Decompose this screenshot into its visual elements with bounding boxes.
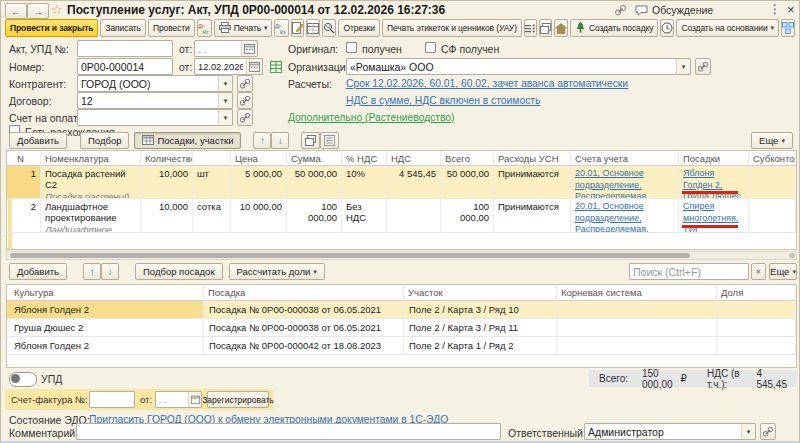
plantings-more-button[interactable]: Еще▾ xyxy=(769,263,797,280)
chevron-down-icon[interactable]: ▾ xyxy=(676,59,690,74)
edit-document-icon[interactable] xyxy=(291,19,304,37)
segments-button[interactable]: Отрезки xyxy=(338,19,379,37)
calendar-icon[interactable] xyxy=(246,59,262,74)
contract-input[interactable] xyxy=(78,95,218,107)
number-input[interactable] xyxy=(78,61,172,73)
move-up-button[interactable]: ↑ xyxy=(253,132,271,149)
cell-culture[interactable]: Яблоня Голден 2 xyxy=(7,301,204,319)
items-add-button[interactable]: Добавить xyxy=(9,132,67,149)
get-link-icon[interactable] xyxy=(613,4,627,16)
search-input[interactable] xyxy=(630,266,748,278)
calendar-icon[interactable] xyxy=(188,392,201,407)
cell-line-number[interactable]: 1 xyxy=(7,166,41,199)
cell-share[interactable] xyxy=(717,301,796,319)
post-and-close-button[interactable]: Провести и закрыть xyxy=(5,19,98,37)
cell-nomenclature[interactable]: Ландшафтное проектированиеЛандшафтное пр… xyxy=(41,199,141,233)
cell-subconto[interactable] xyxy=(749,199,796,233)
document-date-field[interactable] xyxy=(194,58,263,75)
items-more-button[interactable]: Еще▾ xyxy=(751,132,793,149)
calc-shares-button[interactable]: Рассчитать доли▾ xyxy=(229,263,325,280)
document-journal-icon[interactable] xyxy=(268,58,284,75)
search-clear-icon[interactable]: ✕ xyxy=(751,263,766,280)
accounts-link[interactable]: 20.01, Основное подразделение, Распредел… xyxy=(575,168,674,199)
stamp-icon[interactable]: Ч xyxy=(322,19,336,37)
cell-share[interactable] xyxy=(717,319,796,337)
cell-subconto[interactable] xyxy=(749,166,796,199)
list-settings-icon[interactable] xyxy=(524,19,537,37)
post-button[interactable]: Провести xyxy=(148,19,195,37)
print-menu-button[interactable]: Печать▾ xyxy=(214,19,273,37)
copy-rows-icon[interactable] xyxy=(301,132,320,149)
plantings-link[interactable]: Спирея многолетняя, Туя xyxy=(683,201,744,233)
act-date-input[interactable] xyxy=(195,43,241,55)
discussion-chat-icon[interactable] xyxy=(634,4,648,16)
invoice-date-input[interactable] xyxy=(156,395,188,405)
counterparty-field[interactable]: ▾ xyxy=(77,75,233,92)
cell-culture[interactable]: Яблоня Голден 2 xyxy=(7,337,204,355)
cell-total[interactable]: 100 000,00 xyxy=(441,199,494,233)
cell-accounts[interactable]: 20.01, Основное подразделение, Распредел… xyxy=(571,199,679,233)
cell-price[interactable]: 10 000,00 xyxy=(231,199,287,233)
items-pick-button[interactable]: Подбор xyxy=(80,132,129,149)
history-clock-icon[interactable] xyxy=(660,19,674,37)
organization-open-link-icon[interactable] xyxy=(695,58,711,75)
paste-rows-icon[interactable] xyxy=(320,132,339,149)
cell-planting[interactable]: Посадка № 0Р00-000038 от 06.05.2021 xyxy=(204,319,404,337)
cell-plot[interactable]: Поле 2 / Карта 3 / Ряд 10 xyxy=(404,301,557,319)
dtkt-check-icon[interactable]: ДтКт xyxy=(274,19,289,37)
create-based-on-button[interactable]: Создать на основании▾ xyxy=(676,19,779,37)
counterparty-open-link-icon[interactable] xyxy=(237,75,253,92)
act-date-field[interactable] xyxy=(194,40,258,57)
cell-line-number[interactable]: 2 xyxy=(7,199,41,233)
favorite-star-icon[interactable]: ☆ xyxy=(51,2,63,17)
chevron-down-icon[interactable]: ▾ xyxy=(218,93,232,108)
chevron-down-icon[interactable]: ▾ xyxy=(741,424,755,439)
number-field[interactable] xyxy=(77,58,173,75)
cell-unit[interactable]: сотка xyxy=(193,199,231,233)
contract-open-link-icon[interactable] xyxy=(237,92,253,109)
related-documents-icon[interactable] xyxy=(781,19,795,37)
sf-received-checkbox[interactable] xyxy=(425,42,436,53)
show-postings-icon[interactable]: ДтКт xyxy=(197,19,212,37)
cell-vat-rate[interactable]: Без НДС xyxy=(342,199,387,233)
plantings-plots-toggle-button[interactable]: Посадки, участки xyxy=(134,132,241,149)
cell-plot[interactable]: Поле 2 / Карта 1 / Ряд 2 xyxy=(404,337,557,355)
cell-amount[interactable]: 50 000,00 xyxy=(287,166,342,199)
duplicate-window-icon[interactable] xyxy=(539,19,552,37)
register-invoice-button[interactable]: Зарегистрировать xyxy=(207,391,269,408)
invoice-date-field[interactable] xyxy=(155,391,202,408)
cell-culture[interactable]: Груша Дюшес 2 xyxy=(7,319,204,337)
window-menu-icon[interactable]: ⋮ xyxy=(769,2,781,16)
cell-usn-expenses[interactable]: Принимаются xyxy=(494,199,571,233)
cell-amount[interactable]: 100 000,00 xyxy=(287,199,342,233)
sf-received-label[interactable]: СФ получен xyxy=(441,43,499,55)
cell-price[interactable]: 5 000,00 xyxy=(231,166,287,199)
cell-share[interactable] xyxy=(717,337,796,355)
home-icon[interactable] xyxy=(554,19,568,37)
horizontal-scrollbar[interactable] xyxy=(6,251,797,260)
register-records-icon[interactable] xyxy=(306,19,320,37)
cell-unit[interactable]: шт xyxy=(193,166,231,199)
comment-input[interactable] xyxy=(77,426,500,438)
additional-settings-link[interactable]: Дополнительно (Растениеводство) xyxy=(288,112,455,123)
responsible-field[interactable]: ▾ xyxy=(584,423,756,440)
discussion-label[interactable]: Обсуждение xyxy=(652,4,713,16)
comment-field[interactable] xyxy=(76,423,501,440)
contract-field[interactable]: ▾ xyxy=(77,92,233,109)
payment-invoice-field[interactable]: ▾ xyxy=(77,109,233,126)
cell-total[interactable]: 50 000,00 xyxy=(441,166,494,199)
plantings-pick-button[interactable]: Подбор посадок xyxy=(135,263,223,280)
cell-planting[interactable]: Посадка № 0Р00-000038 от 06.05.2021 xyxy=(204,301,404,319)
upd-toggle[interactable] xyxy=(9,372,37,387)
scrollbar-thumb[interactable] xyxy=(10,253,690,258)
nav-forward-button[interactable]: → xyxy=(27,3,49,19)
cell-vat-rate[interactable]: 10% xyxy=(342,166,387,199)
invoice-number-field[interactable] xyxy=(89,391,135,408)
close-icon[interactable]: × xyxy=(787,2,795,17)
create-planting-button[interactable]: Создать посадку xyxy=(570,19,659,37)
plantings-move-down-button[interactable]: ↓ xyxy=(101,263,119,280)
cell-planting[interactable]: Посадка № 0Р00-000042 от 18.08.2023 xyxy=(204,337,404,355)
cell-plantings[interactable]: Яблоня Голден 2, Груша Дюшес … xyxy=(679,166,749,199)
cell-root-system[interactable] xyxy=(557,337,717,355)
plantings-link[interactable]: Яблоня Голден 2, Груша Дюшес … xyxy=(683,168,744,199)
